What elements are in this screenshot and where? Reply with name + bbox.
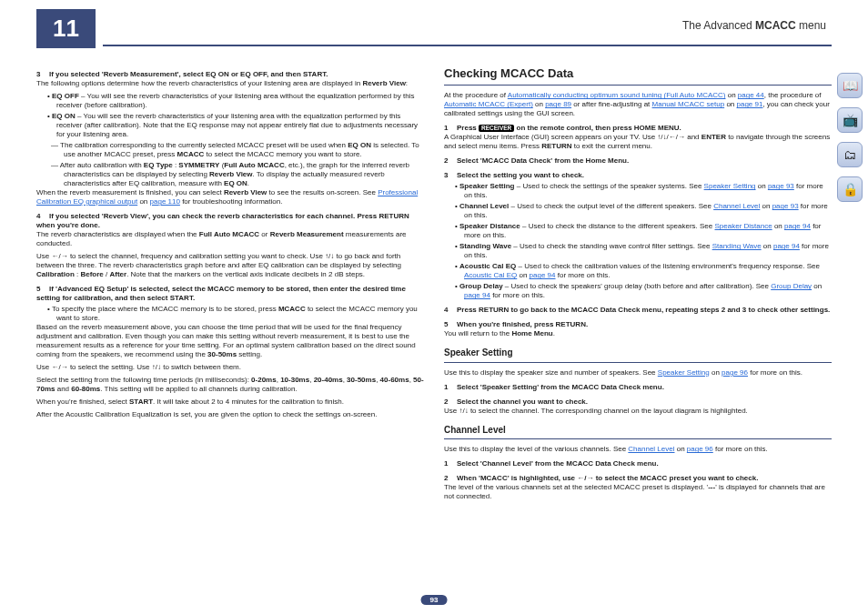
link-sp[interactable]: Speaker Setting bbox=[704, 182, 756, 190]
document-page: 11 The Advanced MCACC menu 3If you selec… bbox=[0, 0, 868, 614]
t: or after fine-adjusting at bbox=[571, 100, 652, 108]
t: 30-50ms bbox=[347, 376, 376, 384]
t: Use this to display the speaker size and… bbox=[444, 368, 658, 377]
t: EQ ON bbox=[52, 112, 76, 120]
t: and bbox=[55, 385, 71, 393]
t: on bbox=[760, 202, 772, 210]
t: Press RETURN to go back to the MCACC Dat… bbox=[457, 306, 830, 314]
cl-2: 2When 'MCACC' is highlighted, use ←/→ to… bbox=[444, 474, 832, 483]
header-rule: The Advanced MCACC menu bbox=[103, 12, 832, 46]
h3-channel-level: Channel Level bbox=[444, 425, 832, 437]
t: for troubleshooting information. bbox=[180, 197, 283, 206]
p5-2: Use ←/→ to select the setting. Use ↑/↓ t… bbox=[36, 363, 424, 372]
link-p93a[interactable]: page 93 bbox=[768, 182, 794, 190]
t: – Used to check the settings of the spea… bbox=[515, 182, 704, 190]
t: Select the setting you want to check. bbox=[457, 171, 584, 179]
header-title: The Advanced MCACC menu bbox=[677, 19, 832, 32]
t: on the remote control, then press HOME M… bbox=[514, 124, 681, 132]
t: . It will take about 2 to 4 minutes for … bbox=[153, 398, 344, 406]
link-expert[interactable]: Automatic MCACC (Expert) bbox=[444, 100, 533, 108]
t: on bbox=[726, 91, 738, 99]
right-column: Checking MCACC Data At the procedure of … bbox=[444, 65, 832, 505]
link-clv[interactable]: Channel Level bbox=[628, 445, 674, 453]
link-p94c[interactable]: page 94 bbox=[530, 271, 556, 279]
t: The reverb characteristics are displayed… bbox=[36, 230, 199, 238]
t: ENTER bbox=[701, 133, 726, 141]
link-p94d[interactable]: page 94 bbox=[464, 291, 490, 299]
t: Select 'Speaker Setting' from the MCACC … bbox=[457, 383, 664, 391]
t: on bbox=[675, 445, 687, 453]
link-page-110[interactable]: page 110 bbox=[150, 197, 180, 206]
t: on bbox=[724, 100, 736, 108]
b-sp: Speaker Setting – Used to check the sett… bbox=[464, 182, 832, 200]
link-p89[interactable]: page 89 bbox=[545, 100, 571, 108]
t: – Used to check the distance to the diff… bbox=[520, 222, 715, 230]
t: SYMMETRY bbox=[178, 161, 219, 169]
rule bbox=[444, 362, 832, 363]
t: . Note that the markers on the vertical … bbox=[126, 270, 365, 278]
tv-icon[interactable]: 📺 bbox=[837, 107, 863, 133]
step-4-sub: The reverb characteristics are displayed… bbox=[36, 230, 424, 248]
t: for more on this. bbox=[556, 271, 611, 279]
t: – Used to check the calibration values o… bbox=[516, 262, 820, 270]
t: on bbox=[772, 222, 784, 230]
intro: At the procedure of Automatically conduc… bbox=[444, 91, 832, 118]
link-p94b[interactable]: page 94 bbox=[773, 242, 800, 250]
p5-1: Based on the reverb measurement above, y… bbox=[36, 323, 424, 359]
t: EQ OFF bbox=[52, 92, 79, 100]
link-ac[interactable]: Acoustic Cal EQ bbox=[464, 271, 517, 279]
step-3: 3If you selected 'Reverb Measurement', s… bbox=[36, 70, 424, 79]
ss-1: 1Select 'Speaker Setting' from the MCACC… bbox=[444, 383, 832, 392]
t: Reverb View bbox=[362, 79, 405, 87]
help-icon[interactable]: 🗂 bbox=[837, 142, 863, 167]
left-column: 3If you selected 'Reverb Measurement', s… bbox=[36, 65, 424, 505]
link-p94a[interactable]: page 94 bbox=[784, 222, 811, 230]
t: . bbox=[247, 179, 249, 187]
t: START bbox=[129, 398, 153, 406]
t: – Used to check the output level of the … bbox=[509, 202, 713, 210]
rule bbox=[444, 438, 832, 439]
link-cl[interactable]: Channel Level bbox=[713, 202, 760, 210]
t: – You will see the reverb characteristic… bbox=[56, 92, 414, 109]
t: 20-40ms bbox=[314, 376, 343, 384]
t: 10-30ms bbox=[280, 376, 309, 384]
t: --- bbox=[708, 483, 715, 491]
t: to exit the current menu. bbox=[572, 142, 653, 150]
rstep-5-sub: You will return to the Home Menu. bbox=[444, 329, 832, 338]
link-p91[interactable]: page 91 bbox=[737, 100, 763, 108]
t: Channel Level bbox=[459, 202, 509, 210]
t: 60-80ms bbox=[71, 385, 100, 393]
rule bbox=[444, 85, 832, 86]
p5-5: After the Acoustic Calibration Equalizat… bbox=[36, 410, 424, 419]
b-cl: Channel Level – Used to check the output… bbox=[464, 202, 832, 220]
t: Reverb Measurement bbox=[270, 230, 344, 238]
t: Select 'Channel Level' from the MCACC Da… bbox=[457, 459, 659, 468]
link-p93b[interactable]: page 93 bbox=[772, 202, 799, 210]
link-p96a[interactable]: page 96 bbox=[722, 368, 748, 377]
link-manual[interactable]: Manual MCACC setup bbox=[652, 100, 725, 108]
receiver-button-icon: RECEIVER bbox=[479, 125, 514, 132]
header-title-pre: The Advanced bbox=[682, 19, 755, 32]
link-gd[interactable]: Group Delay bbox=[771, 282, 812, 290]
t: 40-60ms bbox=[380, 376, 409, 384]
book-icon[interactable]: 📖 bbox=[837, 73, 863, 98]
t: for more on this. bbox=[490, 291, 545, 299]
t: Select the channel you want to check. bbox=[457, 398, 588, 406]
link-auto-mcacc[interactable]: Automatically conducting optimum sound t… bbox=[508, 91, 726, 99]
t: The calibration corresponding to the cur… bbox=[60, 141, 348, 149]
link-p96b[interactable]: page 96 bbox=[687, 445, 713, 453]
link-p44[interactable]: page 44 bbox=[738, 91, 764, 99]
t: on bbox=[533, 100, 545, 108]
t: The level of the various channels set at… bbox=[444, 483, 708, 491]
link-sd[interactable]: Speaker Distance bbox=[715, 222, 772, 230]
lock-icon[interactable]: 🔒 bbox=[837, 176, 863, 202]
t: Group Delay bbox=[459, 282, 503, 290]
t: RETURN bbox=[541, 142, 571, 150]
t: Speaker Distance bbox=[459, 222, 520, 230]
t: When 'MCACC' is highlighted, use ←/→ to … bbox=[457, 474, 758, 482]
link-sw[interactable]: Standing Wave bbox=[712, 242, 762, 250]
t: – You will see the reverb characteristic… bbox=[56, 112, 418, 138]
ss-2-sub: Use ↑/↓ to select the channel. The corre… bbox=[444, 407, 832, 416]
t: After auto calibration with bbox=[60, 161, 144, 169]
link-ss[interactable]: Speaker Setting bbox=[658, 368, 710, 377]
